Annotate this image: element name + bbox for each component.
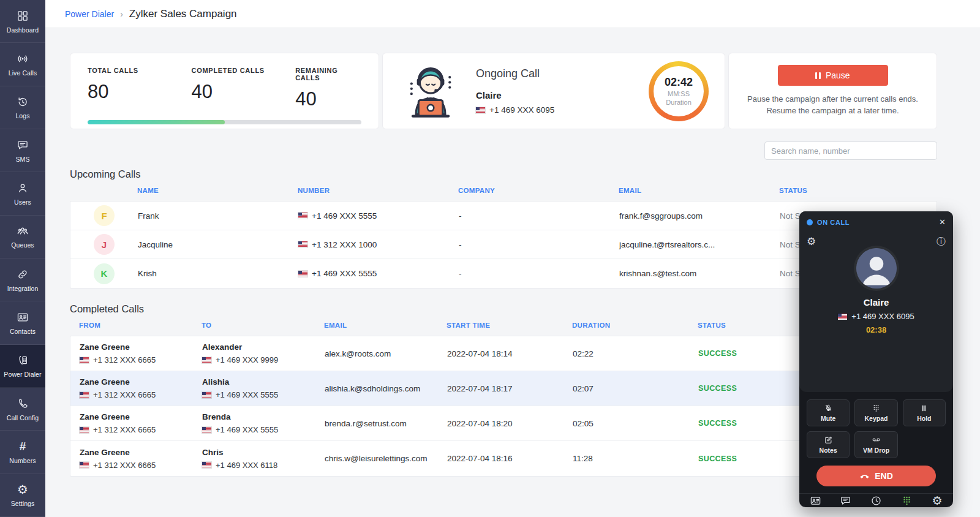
power-dialer-icon bbox=[16, 353, 29, 367]
sidebar: Dashboard Live Calls Logs SMS Users Queu… bbox=[0, 0, 45, 517]
contact-card-icon[interactable] bbox=[809, 494, 822, 507]
campaign-stats-card: TOTAL CALLS 80 COMPLETED CALLS 40 REMAIN… bbox=[70, 53, 379, 129]
us-flag-icon bbox=[80, 462, 89, 468]
sidebar-item-dashboard[interactable]: Dashboard bbox=[0, 0, 45, 43]
pause-button[interactable]: Pause bbox=[778, 65, 888, 86]
contact-company: - bbox=[459, 240, 619, 249]
column-header[interactable]: EMAIL bbox=[315, 322, 437, 329]
sidebar-item-sms[interactable]: SMS bbox=[0, 129, 45, 172]
breadcrumb: Power Dialer › Zylker Sales Campaign bbox=[45, 0, 980, 28]
us-flag-icon bbox=[298, 271, 307, 277]
ongoing-call-name: Claire bbox=[476, 90, 554, 100]
us-flag-icon bbox=[80, 427, 89, 433]
sidebar-item-label: Power Dialer bbox=[4, 371, 41, 378]
progress-bar-fill bbox=[88, 120, 225, 124]
duration: 02:22 bbox=[564, 349, 689, 358]
call-widget-panel: ON CALL ✕ ⚙ ⓘ Claire +1 469 XXX 6095 02:… bbox=[799, 211, 953, 507]
us-flag-icon bbox=[476, 107, 485, 113]
to-name: Alishia bbox=[202, 377, 315, 387]
sidebar-item-label: SMS bbox=[15, 156, 29, 163]
stat-label: TOTAL CALLS bbox=[88, 67, 192, 74]
contact-number: +1 469 XXX 5555 bbox=[298, 269, 459, 278]
upcoming-calls-title: Upcoming Calls bbox=[70, 168, 937, 180]
from-name: Zane Greene bbox=[80, 448, 193, 457]
stat-label: COMPLETED CALLS bbox=[192, 67, 296, 74]
widget-caller-number: +1 469 XXX 6095 bbox=[807, 312, 946, 321]
contact-company: - bbox=[459, 211, 619, 221]
gear-icon[interactable]: ⚙ bbox=[807, 236, 816, 247]
widget-call-timer: 02:38 bbox=[807, 325, 946, 334]
widget-caller-name: Claire bbox=[807, 297, 946, 308]
us-flag-icon bbox=[202, 392, 211, 398]
from-name: Zane Greene bbox=[80, 342, 193, 352]
column-header[interactable]: START TIME bbox=[437, 322, 563, 329]
numbers-icon: # bbox=[16, 440, 29, 453]
sidebar-item-users[interactable]: Users bbox=[0, 172, 45, 215]
close-icon[interactable]: ✕ bbox=[939, 217, 946, 227]
queues-icon bbox=[16, 224, 29, 238]
call-agent-illustration bbox=[394, 59, 466, 123]
sidebar-item-label: Users bbox=[14, 198, 31, 206]
vm-drop-icon bbox=[872, 436, 881, 445]
column-header[interactable]: NUMBER bbox=[298, 187, 458, 194]
pause-campaign-card: Pause Pause the campaign after the curre… bbox=[728, 53, 937, 129]
dialpad-icon[interactable] bbox=[900, 494, 913, 507]
sidebar-item-call-config[interactable]: Call Config bbox=[0, 388, 45, 431]
sidebar-item-power-dialer[interactable]: Power Dialer bbox=[0, 345, 45, 388]
avatar: J bbox=[94, 234, 115, 255]
column-header[interactable]: TO bbox=[192, 322, 315, 329]
ongoing-call-title: Ongoing Call bbox=[476, 67, 554, 80]
start-time: 2022-07-04 18:17 bbox=[438, 384, 564, 393]
from-number: +1 312 XXX 6665 bbox=[80, 390, 193, 399]
sidebar-item-logs[interactable]: Logs bbox=[0, 86, 45, 129]
end-call-button[interactable]: END bbox=[816, 466, 936, 486]
sidebar-item-queues[interactable]: Queues bbox=[0, 216, 45, 258]
info-icon[interactable]: ⓘ bbox=[937, 236, 946, 247]
hold-icon bbox=[919, 404, 929, 413]
sidebar-item-numbers[interactable]: # Numbers bbox=[0, 431, 45, 474]
from-number: +1 312 XXX 6665 bbox=[80, 425, 193, 434]
column-header[interactable]: STATUS bbox=[779, 187, 937, 194]
history-icon[interactable] bbox=[870, 494, 883, 507]
column-header[interactable]: NAME bbox=[137, 187, 298, 194]
chat-icon[interactable] bbox=[839, 494, 853, 507]
live-calls-icon bbox=[16, 52, 29, 66]
us-flag-icon bbox=[202, 357, 211, 363]
notes-icon bbox=[824, 436, 833, 445]
hold-button[interactable]: Hold bbox=[903, 399, 946, 426]
sidebar-item-live-calls[interactable]: Live Calls bbox=[0, 43, 45, 86]
to-name: Alexander bbox=[202, 342, 315, 352]
keypad-button[interactable]: Keypad bbox=[854, 399, 897, 426]
sidebar-item-settings[interactable]: ⚙ Settings bbox=[0, 474, 45, 517]
mute-button[interactable]: Mute bbox=[807, 399, 850, 426]
contact-email: alex.k@roots.com bbox=[315, 349, 438, 358]
contact-name: Krish bbox=[138, 269, 298, 278]
pause-description: Pause the campaign after the current cal… bbox=[747, 94, 918, 117]
call-duration-value: 02:42 bbox=[665, 76, 693, 89]
column-header[interactable]: EMAIL bbox=[619, 187, 779, 194]
keypad-icon bbox=[872, 404, 881, 413]
sidebar-item-integration[interactable]: Integration bbox=[0, 258, 45, 301]
to-number: +1 469 XXX 5555 bbox=[202, 425, 315, 434]
search-input[interactable] bbox=[764, 142, 937, 160]
call-duration-unit: MM:SS bbox=[668, 90, 690, 97]
notes-button[interactable]: Notes bbox=[807, 431, 850, 458]
sidebar-item-label: Call Config bbox=[7, 414, 39, 421]
sidebar-item-label: Live Calls bbox=[9, 69, 37, 77]
us-flag-icon bbox=[298, 241, 307, 247]
breadcrumb-parent-link[interactable]: Power Dialer bbox=[65, 9, 114, 19]
upcoming-table-header: NAME NUMBER COMPANY EMAIL STATUS bbox=[70, 180, 937, 201]
column-header[interactable]: COMPANY bbox=[458, 187, 619, 194]
stat-value-total-calls: 80 bbox=[88, 81, 192, 103]
widget-footer-bar: ⚙ bbox=[799, 493, 953, 507]
sidebar-item-contacts[interactable]: Contacts bbox=[0, 301, 45, 344]
us-flag-icon bbox=[838, 314, 847, 320]
settings-gear-icon[interactable]: ⚙ bbox=[930, 494, 944, 507]
column-header[interactable]: DURATION bbox=[563, 322, 688, 329]
sidebar-item-label: Logs bbox=[15, 112, 29, 119]
stat-value-completed-calls: 40 bbox=[192, 81, 296, 103]
column-header[interactable]: FROM bbox=[70, 322, 192, 329]
vm-drop-button[interactable]: VM Drop bbox=[854, 431, 897, 458]
start-time: 2022-07-04 18:16 bbox=[438, 454, 564, 463]
contact-email: krishnan.s@test.com bbox=[619, 269, 780, 278]
